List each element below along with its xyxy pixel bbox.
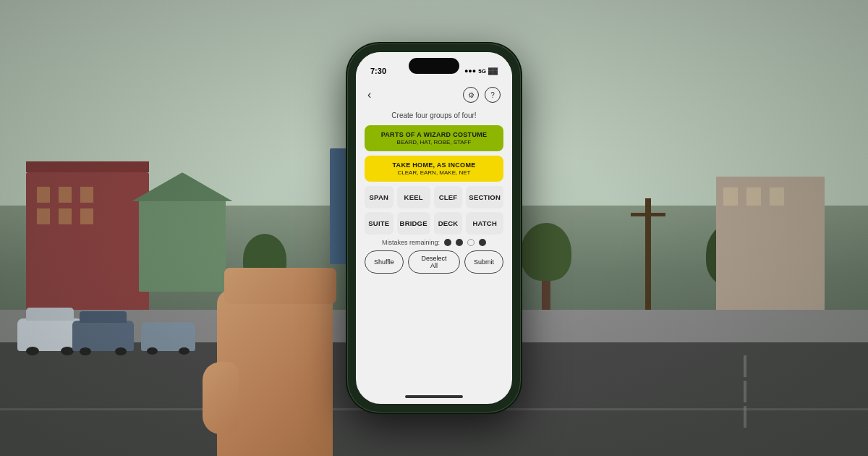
utility-pole xyxy=(645,198,651,329)
building-left xyxy=(26,172,149,310)
building-right xyxy=(716,177,825,329)
word-cell-suite[interactable]: SUITE xyxy=(365,212,393,235)
mistakes-label: Mistakes remaining: xyxy=(382,239,440,246)
solved-group-green: PARTS OF A WIZARD COSTUME BEARD, HAT, RO… xyxy=(365,125,503,151)
submit-button[interactable]: Submit xyxy=(464,250,503,274)
mistakes-row: Mistakes remaining: xyxy=(365,239,503,246)
status-time: 7:30 xyxy=(370,67,386,75)
word-cell-section[interactable]: SECTION xyxy=(466,186,503,208)
mistake-dot-4 xyxy=(479,239,486,246)
word-cell-hatch[interactable]: HATCH xyxy=(466,212,503,235)
battery-icon: ▓▓ xyxy=(488,67,498,75)
solved-group-yellow-words: CLEAR, EARN, MAKE, NET xyxy=(373,169,495,176)
instruction-text: Create four groups of four! xyxy=(365,110,503,121)
status-icons: ●●● 5G ▓▓ xyxy=(464,67,498,75)
network-icon: 5G xyxy=(478,68,486,75)
back-button[interactable]: ‹ xyxy=(367,88,371,101)
word-cell-keel[interactable]: KEEL xyxy=(397,186,430,208)
deselect-button[interactable]: Deselect All xyxy=(408,250,460,274)
settings-icon[interactable]: ⚙ xyxy=(463,87,479,103)
phone-screen: 7:30 ●●● 5G ▓▓ ‹ ⚙ ? Create four groups … xyxy=(356,52,512,404)
action-buttons: Shuffle Deselect All Submit xyxy=(365,250,503,274)
mistake-dot-2 xyxy=(456,239,463,246)
help-icon[interactable]: ? xyxy=(485,87,501,103)
header-icons: ⚙ ? xyxy=(463,87,501,103)
word-cell-deck[interactable]: DECK xyxy=(434,212,463,235)
mistake-dot-1 xyxy=(444,239,451,246)
solved-group-green-title: PARTS OF A WIZARD COSTUME xyxy=(373,131,495,138)
app-header: ‹ ⚙ ? xyxy=(356,84,512,107)
home-bar xyxy=(405,395,463,398)
tree-center-right xyxy=(521,223,571,310)
home-indicator xyxy=(356,389,512,404)
solved-group-yellow: TAKE HOME, AS INCOME CLEAR, EARN, MAKE, … xyxy=(365,156,503,182)
word-cell-clef[interactable]: CLEF xyxy=(434,186,463,208)
phone-device: 7:30 ●●● 5G ▓▓ ‹ ⚙ ? Create four groups … xyxy=(347,43,521,413)
app-body: Create four groups of four! PARTS OF A W… xyxy=(356,107,512,389)
hand xyxy=(203,203,362,456)
dynamic-island xyxy=(409,58,459,74)
solved-group-green-words: BEARD, HAT, ROBE, STAFF xyxy=(373,139,495,145)
phone-wrapper: 7:30 ●●● 5G ▓▓ ‹ ⚙ ? Create four groups … xyxy=(347,43,521,413)
solved-group-yellow-title: TAKE HOME, AS INCOME xyxy=(373,161,495,169)
mistake-dot-3 xyxy=(467,239,475,246)
signal-icon: ●●● xyxy=(464,67,476,75)
car-dark-left xyxy=(72,321,134,351)
car-gray-left xyxy=(141,322,195,351)
shuffle-button[interactable]: Shuffle xyxy=(365,250,404,274)
word-grid: SPAN KEEL CLEF SECTION SUITE BRIDGE DECK… xyxy=(365,186,503,235)
word-cell-span[interactable]: SPAN xyxy=(365,186,393,208)
word-cell-bridge[interactable]: BRIDGE xyxy=(397,212,430,235)
